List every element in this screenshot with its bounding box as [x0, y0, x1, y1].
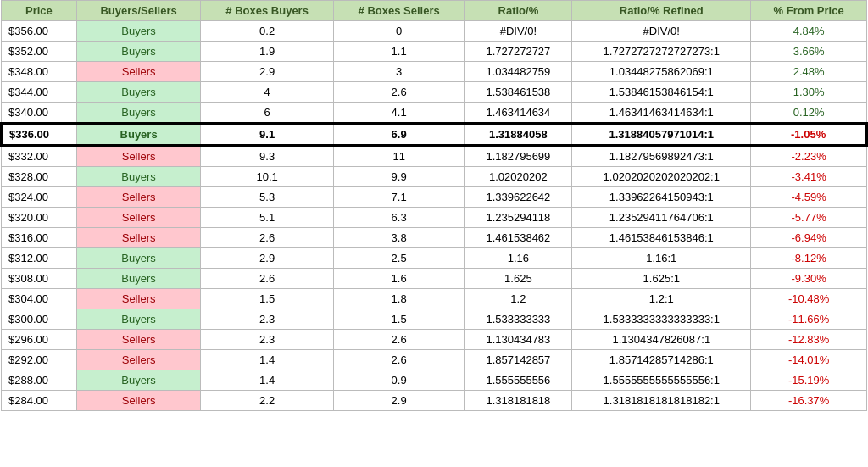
cell-from-price: -8.12% — [751, 248, 867, 269]
cell-from-price: -6.94% — [751, 228, 867, 248]
cell-boxes-buyers: 2.3 — [201, 330, 333, 350]
table-row: $336.00Buyers9.16.91.318840581.318840579… — [2, 124, 867, 146]
cell-boxes-sellers: 9.9 — [333, 167, 465, 187]
cell-boxes-sellers: 6.3 — [333, 208, 465, 228]
cell-ratio: 1.555555556 — [465, 370, 572, 391]
cell-price: $340.00 — [2, 103, 77, 124]
col-price: Price — [2, 1, 77, 21]
cell-boxes-buyers: 2.6 — [201, 269, 333, 289]
cell-price: $284.00 — [2, 391, 77, 411]
cell-price: $352.00 — [2, 42, 77, 62]
cell-ratio: 1.857142857 — [465, 350, 572, 370]
cell-ratio: 1.339622642 — [465, 187, 572, 208]
cell-ratio-refined: 1.625:1 — [572, 269, 751, 289]
cell-from-price: -2.23% — [751, 146, 867, 167]
col-boxes-sellers: # Boxes Sellers — [333, 1, 465, 21]
cell-boxes-sellers: 2.6 — [333, 82, 465, 103]
cell-ratio: 1.02020202 — [465, 167, 572, 187]
cell-price: $292.00 — [2, 350, 77, 370]
cell-buyers-sellers: Buyers — [76, 82, 201, 103]
cell-price: $320.00 — [2, 208, 77, 228]
cell-buyers-sellers: Buyers — [76, 248, 201, 269]
cell-ratio: 1.533333333 — [465, 309, 572, 330]
table-row: $320.00Sellers5.16.31.2352941181.2352941… — [2, 208, 867, 228]
cell-ratio-refined: 1.46341463414634:1 — [572, 103, 751, 124]
table-row: $316.00Sellers2.63.81.4615384621.4615384… — [2, 228, 867, 248]
cell-boxes-sellers: 3.8 — [333, 228, 465, 248]
cell-price: $288.00 — [2, 370, 77, 391]
cell-from-price: 2.48% — [751, 62, 867, 82]
cell-ratio: #DIV/0! — [465, 21, 572, 42]
cell-boxes-buyers: 1.4 — [201, 370, 333, 391]
cell-boxes-sellers: 1.5 — [333, 309, 465, 330]
cell-buyers-sellers: Buyers — [76, 269, 201, 289]
cell-boxes-sellers: 2.6 — [333, 350, 465, 370]
cell-ratio-refined: 1.0202020202020202:1 — [572, 167, 751, 187]
cell-from-price: -14.01% — [751, 350, 867, 370]
cell-buyers-sellers: Buyers — [76, 42, 201, 62]
cell-boxes-buyers: 5.3 — [201, 187, 333, 208]
cell-boxes-sellers: 0.9 — [333, 370, 465, 391]
cell-ratio: 1.318181818 — [465, 391, 572, 411]
cell-ratio: 1.538461538 — [465, 82, 572, 103]
cell-from-price: 1.30% — [751, 82, 867, 103]
cell-boxes-sellers: 2.6 — [333, 330, 465, 350]
table-row: $340.00Buyers64.11.4634146341.4634146341… — [2, 103, 867, 124]
table-row: $308.00Buyers2.61.61.6251.625:1-9.30% — [2, 269, 867, 289]
col-ratio: Ratio/% — [465, 1, 572, 21]
cell-boxes-sellers: 1.6 — [333, 269, 465, 289]
cell-ratio-refined: 1.85714285714286:1 — [572, 350, 751, 370]
cell-ratio: 1.130434783 — [465, 330, 572, 350]
cell-boxes-buyers: 2.9 — [201, 248, 333, 269]
cell-buyers-sellers: Sellers — [76, 391, 201, 411]
cell-from-price: -11.66% — [751, 309, 867, 330]
cell-ratio-refined: 1.5555555555555556:1 — [572, 370, 751, 391]
cell-buyers-sellers: Sellers — [76, 330, 201, 350]
table-row: $296.00Sellers2.32.61.1304347831.1304347… — [2, 330, 867, 350]
cell-price: $304.00 — [2, 289, 77, 309]
cell-buyers-sellers: Buyers — [76, 103, 201, 124]
cell-price: $308.00 — [2, 269, 77, 289]
cell-ratio: 1.182795699 — [465, 146, 572, 167]
cell-from-price: -1.05% — [751, 124, 867, 146]
cell-buyers-sellers: Sellers — [76, 62, 201, 82]
cell-ratio-refined: 1.16:1 — [572, 248, 751, 269]
cell-buyers-sellers: Sellers — [76, 350, 201, 370]
col-buyers-sellers: Buyers/Sellers — [76, 1, 201, 21]
cell-ratio-refined: 1.3181818181818182:1 — [572, 391, 751, 411]
cell-ratio: 1.463414634 — [465, 103, 572, 124]
cell-ratio-refined: 1.23529411764706:1 — [572, 208, 751, 228]
cell-boxes-buyers: 1.5 — [201, 289, 333, 309]
cell-boxes-buyers: 1.4 — [201, 350, 333, 370]
table-row: $300.00Buyers2.31.51.5333333331.53333333… — [2, 309, 867, 330]
cell-ratio-refined: 1.1304347826087:1 — [572, 330, 751, 350]
cell-boxes-buyers: 9.1 — [201, 124, 333, 146]
cell-buyers-sellers: Buyers — [76, 21, 201, 42]
cell-boxes-sellers: 2.9 — [333, 391, 465, 411]
table-row: $292.00Sellers1.42.61.8571428571.8571428… — [2, 350, 867, 370]
table-row: $356.00Buyers0.20#DIV/0!#DIV/0!4.84% — [2, 21, 867, 42]
cell-buyers-sellers: Buyers — [76, 167, 201, 187]
cell-ratio-refined: #DIV/0! — [572, 21, 751, 42]
cell-boxes-buyers: 6 — [201, 103, 333, 124]
cell-buyers-sellers: Sellers — [76, 228, 201, 248]
col-boxes-buyers: # Boxes Buyers — [201, 1, 333, 21]
cell-ratio: 1.461538462 — [465, 228, 572, 248]
cell-boxes-buyers: 9.3 — [201, 146, 333, 167]
cell-price: $300.00 — [2, 309, 77, 330]
cell-from-price: -5.77% — [751, 208, 867, 228]
cell-ratio: 1.2 — [465, 289, 572, 309]
table-row: $344.00Buyers42.61.5384615381.5384615384… — [2, 82, 867, 103]
cell-boxes-buyers: 1.9 — [201, 42, 333, 62]
cell-boxes-buyers: 2.3 — [201, 309, 333, 330]
cell-from-price: -12.83% — [751, 330, 867, 350]
cell-ratio-refined: 1.7272727272727273:1 — [572, 42, 751, 62]
cell-price: $336.00 — [2, 124, 77, 146]
cell-price: $348.00 — [2, 62, 77, 82]
table-row: $304.00Sellers1.51.81.21.2:1-10.48% — [2, 289, 867, 309]
cell-boxes-sellers: 7.1 — [333, 187, 465, 208]
cell-from-price: -4.59% — [751, 187, 867, 208]
col-from-price: % From Price — [751, 1, 867, 21]
cell-boxes-sellers: 6.9 — [333, 124, 465, 146]
table-row: $324.00Sellers5.37.11.3396226421.3396226… — [2, 187, 867, 208]
